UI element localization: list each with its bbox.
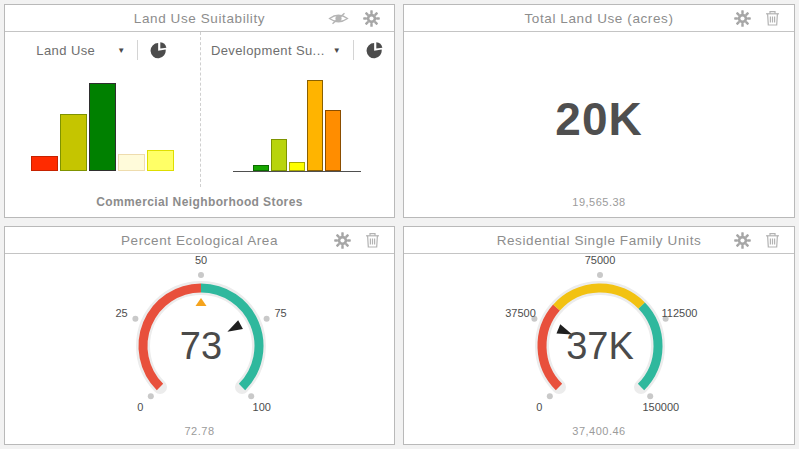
bar-segment: [31, 156, 58, 171]
bar-segment: [289, 162, 305, 171]
residential-gauge: 0375007500011250015000037K: [404, 254, 795, 424]
bar-segment: [307, 80, 323, 171]
bar-segment: [147, 150, 174, 171]
bar-segment: [89, 83, 116, 171]
divider: [137, 40, 138, 60]
tick-dot: [198, 272, 204, 278]
total-land-use-widget: Total Land Use (acres): [403, 4, 795, 218]
chevron-down-icon[interactable]: ▼: [117, 46, 125, 55]
threshold-marker: [196, 298, 207, 306]
gear-icon[interactable]: [334, 232, 351, 249]
tick-label: 0: [536, 401, 542, 413]
gauge-needle: [225, 320, 243, 336]
tick-dot: [248, 393, 254, 399]
pie-chart-icon[interactable]: [366, 41, 384, 59]
indicator-value: 20K: [404, 92, 794, 146]
gauge-value: 73: [180, 325, 222, 367]
divider: [353, 40, 354, 60]
land-use-bar-chart: [5, 68, 200, 187]
widget-title: Percent Ecological Area: [121, 233, 278, 248]
tick-label: 150000: [642, 401, 679, 413]
tick-dot: [264, 316, 270, 322]
tick-label: 100: [253, 401, 271, 413]
widget-header: Land Use Suitability: [5, 5, 394, 32]
tick-dot: [597, 272, 603, 278]
land-use-dropdown[interactable]: Land Use: [36, 43, 95, 58]
gauge-precise-value: 37,400.46: [404, 425, 794, 437]
gear-icon[interactable]: [734, 10, 751, 27]
widget-title: Residential Single Family Units: [497, 233, 702, 248]
chevron-down-icon[interactable]: ▼: [333, 46, 341, 55]
tick-label: 50: [195, 254, 207, 266]
gauge-precise-value: 72.78: [5, 425, 394, 437]
indicator-precise-value: 19,565.38: [404, 196, 794, 208]
tick-label: 75000: [585, 254, 616, 266]
gear-icon[interactable]: [734, 232, 751, 249]
bar-segment: [118, 154, 145, 171]
pie-chart-icon[interactable]: [150, 41, 168, 59]
trash-icon[interactable]: [765, 10, 780, 26]
tick-label: 37500: [505, 307, 536, 319]
tick-label: 25: [115, 307, 127, 319]
land-use-suitability-widget: Land Use Suitability: [4, 4, 395, 218]
widget-title: Land Use Suitability: [134, 11, 265, 26]
trash-icon[interactable]: [765, 232, 780, 248]
widget-title: Total Land Use (acres): [524, 11, 673, 26]
bar-segment: [60, 114, 87, 171]
tick-label: 0: [137, 401, 143, 413]
x-axis-line: [233, 171, 361, 172]
gear-icon[interactable]: [363, 10, 380, 27]
bar-segment: [325, 110, 341, 171]
percent-ecological-area-widget: Percent Ecological Area: [4, 226, 395, 445]
residential-units-widget: Residential Single Family Units: [403, 226, 795, 445]
eye-hidden-icon[interactable]: [328, 11, 349, 26]
development-suitability-bar-chart: [201, 68, 395, 187]
tick-dot: [647, 393, 653, 399]
development-suitability-chart-panel: Development Su... ▼: [200, 32, 395, 187]
tick-dot: [148, 393, 154, 399]
tick-dot: [547, 393, 553, 399]
trash-icon[interactable]: [365, 232, 380, 248]
chart-caption: Commercial Neighborhood Stores: [5, 187, 394, 217]
tick-label: 112500: [662, 307, 698, 319]
widget-header: Residential Single Family Units: [404, 227, 794, 254]
widget-header: Percent Ecological Area: [5, 227, 394, 254]
gauge-value: 37K: [566, 325, 634, 367]
development-suitability-dropdown[interactable]: Development Su...: [211, 43, 325, 58]
tick-dot: [132, 316, 138, 322]
dashboard: Land Use Suitability: [0, 0, 799, 449]
land-use-chart-panel: Land Use ▼: [5, 32, 200, 187]
tick-label: 75: [274, 307, 286, 319]
widget-header: Total Land Use (acres): [404, 5, 794, 32]
bar-segment: [271, 139, 287, 171]
ecological-gauge: 025507510073: [5, 254, 395, 424]
suitability-charts: Land Use ▼ Development Su... ▼: [5, 32, 394, 187]
